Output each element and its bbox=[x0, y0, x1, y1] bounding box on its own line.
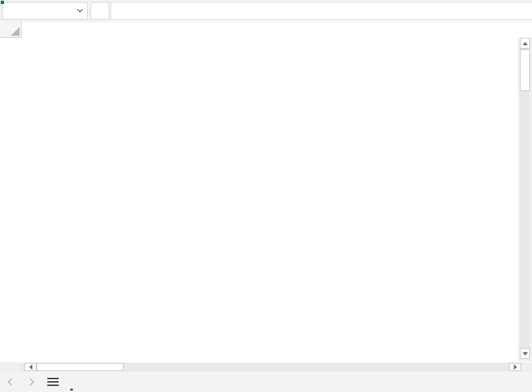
spreadsheet-app bbox=[0, 0, 532, 392]
previous-sheet-button[interactable] bbox=[5, 376, 16, 387]
horizontal-scrollbar bbox=[0, 362, 532, 372]
scroll-left-button[interactable] bbox=[24, 363, 36, 371]
fill-handle[interactable] bbox=[0, 0, 5, 5]
column-header-row bbox=[0, 22, 22, 38]
chevron-down-icon[interactable] bbox=[72, 9, 87, 13]
arrow-right-icon bbox=[514, 364, 517, 370]
next-sheet-button[interactable] bbox=[26, 376, 37, 387]
arrow-down-icon bbox=[523, 352, 528, 356]
sheet-tab-sheet1[interactable] bbox=[68, 372, 76, 392]
insert-function-button[interactable] bbox=[90, 2, 109, 20]
vertical-scrollbar-thumb[interactable] bbox=[520, 49, 530, 91]
sheet-list-menu-icon[interactable] bbox=[47, 378, 59, 386]
scroll-up-button[interactable] bbox=[520, 38, 530, 49]
formula-strip bbox=[0, 0, 532, 22]
vertical-scrollbar bbox=[518, 38, 532, 362]
arrow-up-icon bbox=[523, 42, 528, 45]
scroll-down-button[interactable] bbox=[520, 348, 530, 359]
arrow-left-icon bbox=[29, 364, 32, 370]
select-all-button[interactable] bbox=[0, 22, 22, 38]
name-box[interactable] bbox=[2, 2, 88, 20]
select-all-triangle-icon bbox=[11, 27, 20, 36]
add-sheet-button[interactable] bbox=[109, 372, 127, 392]
horizontal-scrollbar-thumb[interactable] bbox=[36, 363, 124, 371]
formula-bar-input[interactable] bbox=[111, 2, 532, 20]
scroll-right-button[interactable] bbox=[509, 363, 521, 371]
sheet-tab-bar bbox=[0, 372, 532, 392]
active-tab-underline bbox=[70, 389, 73, 391]
